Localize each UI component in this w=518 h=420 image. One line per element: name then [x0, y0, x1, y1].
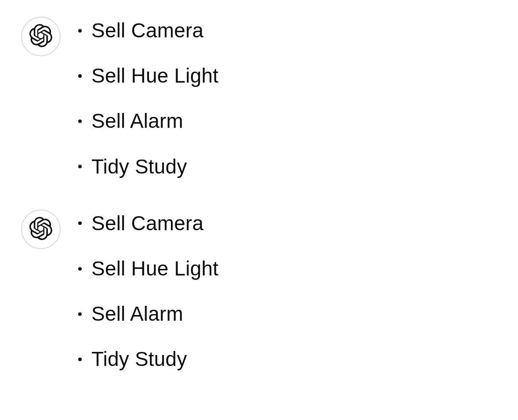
avatar: [21, 17, 61, 56]
list-item: Sell Hue Light: [78, 64, 218, 88]
list-item-text: Tidy Study: [91, 155, 187, 179]
list-item: Tidy Study: [78, 347, 218, 371]
assistant-message: Sell Camera Sell Hue Light Sell Alarm Ti…: [21, 17, 518, 179]
list-item-text: Sell Hue Light: [91, 64, 218, 88]
list-item: Tidy Study: [78, 155, 218, 179]
list-item-text: Sell Hue Light: [91, 257, 218, 281]
bullet-icon: [78, 119, 82, 123]
openai-icon: [29, 217, 53, 242]
bullet-icon: [78, 221, 82, 225]
list-item: Sell Alarm: [78, 109, 218, 133]
list-item: Sell Alarm: [78, 302, 218, 326]
list-item-text: Sell Alarm: [91, 109, 183, 133]
bullet-icon: [78, 29, 82, 33]
avatar: [21, 210, 61, 249]
bullet-icon: [78, 74, 82, 78]
task-list: Sell Camera Sell Hue Light Sell Alarm Ti…: [78, 18, 218, 179]
list-item: Sell Camera: [78, 211, 218, 235]
list-item-text: Sell Alarm: [91, 302, 183, 326]
message-content: Sell Camera Sell Hue Light Sell Alarm Ti…: [78, 210, 218, 372]
task-list: Sell Camera Sell Hue Light Sell Alarm Ti…: [78, 211, 218, 372]
bullet-icon: [78, 165, 82, 168]
bullet-icon: [78, 312, 82, 316]
bullet-icon: [78, 267, 82, 271]
list-item: Sell Camera: [78, 18, 218, 43]
assistant-message: Sell Camera Sell Hue Light Sell Alarm Ti…: [21, 210, 518, 372]
list-item-text: Sell Camera: [91, 18, 203, 43]
list-item: Sell Hue Light: [78, 257, 218, 281]
bullet-icon: [78, 358, 82, 361]
list-item-text: Sell Camera: [91, 211, 203, 235]
list-item-text: Tidy Study: [91, 347, 187, 371]
openai-icon: [29, 24, 53, 49]
message-content: Sell Camera Sell Hue Light Sell Alarm Ti…: [78, 17, 218, 179]
